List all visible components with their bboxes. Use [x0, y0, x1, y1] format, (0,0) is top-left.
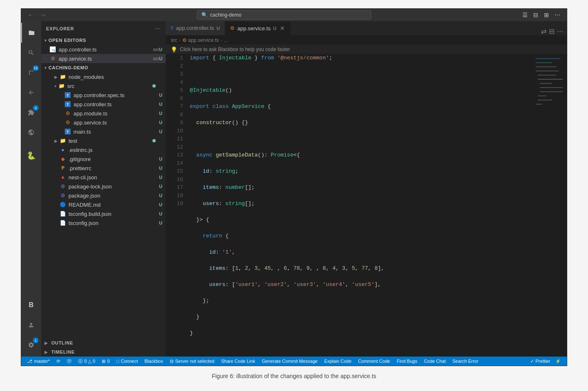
file-test[interactable]: ▶ 📁 test — [41, 136, 166, 145]
section-open-editors[interactable]: ▾ OPEN EDITORS — [41, 36, 166, 45]
folder-test-icon: 📁 — [59, 137, 66, 144]
folder-src-icon: 📁 — [58, 83, 65, 89]
status-explain-code[interactable]: Explain Code — [322, 357, 354, 366]
chevron-down-icon: ▾ — [44, 38, 47, 43]
open-editor-app-service[interactable]: ⚙ app.service.ts src U — [41, 54, 166, 63]
svg-point-1 — [32, 71, 34, 72]
file-nest-cli[interactable]: 🔺 nest-cli.json U — [41, 173, 166, 182]
status-server[interactable]: ⊟ Server not selected — [167, 357, 217, 366]
sidebar-title: EXPLORER — [46, 26, 74, 31]
status-errors[interactable]: ⓪ 0 △ 0 — [76, 357, 98, 366]
split-editor-button[interactable]: ⊟ — [531, 10, 540, 20]
status-connect[interactable]: □ Connect — [114, 357, 140, 366]
status-warnings[interactable]: ⊞ 0 — [99, 357, 112, 366]
gitignore-badge: U — [159, 156, 162, 161]
file-module[interactable]: ⚙ app.module.ts U — [41, 109, 166, 118]
activity-item-python[interactable]: 🐍 — [21, 146, 41, 166]
activity-item-remote[interactable] — [21, 122, 41, 142]
src-label: src — [153, 47, 159, 52]
status-lightning[interactable]: ⚡ — [553, 357, 564, 366]
file-prettierrc[interactable]: Ᵽ .prettierrc U — [41, 164, 166, 173]
status-blackbox[interactable]: Blackbox — [142, 357, 166, 366]
back-button[interactable]: ← — [26, 10, 35, 20]
file-main[interactable]: T main.ts U — [41, 127, 166, 136]
activity-item-extensions[interactable]: 4 — [21, 103, 41, 122]
errors-icon: ⓪ — [78, 358, 83, 364]
section-caching-demo[interactable]: ▾ CACHING-DEMO — [41, 63, 166, 72]
more-actions-button[interactable]: ⋯ — [553, 10, 562, 20]
file-controller[interactable]: T app.controller.ts U — [41, 100, 166, 109]
status-prettier[interactable]: ✓ Prettier — [528, 357, 553, 366]
status-commit-message[interactable]: Generate Commit Message — [259, 357, 320, 366]
toggle-sidebar-button[interactable]: ☰ — [520, 10, 529, 20]
activity-item-blackbox[interactable]: B — [21, 295, 41, 315]
eslint-icon: ● — [59, 147, 66, 153]
status-search-error[interactable]: Search Error — [450, 357, 481, 366]
status-prettier-label: Prettier — [536, 359, 550, 364]
timeline-section[interactable]: ▶ TIMELINE — [41, 347, 166, 357]
tab-action-icon2[interactable]: ⊟ — [549, 27, 554, 35]
tab-app-service[interactable]: ⚙ app.service.ts U ✕ — [225, 21, 291, 35]
search-box[interactable]: 🔍 — [197, 10, 371, 20]
search-input[interactable] — [210, 12, 367, 18]
file-tsconfig-build[interactable]: 📄 tsconfig.build.json U — [41, 209, 166, 218]
nest-badge: U — [159, 175, 162, 180]
breadcrumb-sep2: › — [220, 37, 222, 43]
status-share-code[interactable]: Share Code Link — [218, 357, 257, 366]
chevron-down-icon3: ▾ — [54, 84, 56, 88]
file-package-lock[interactable]: ⚙ package-lock.json U — [41, 182, 166, 191]
tsconfig-build-badge: U — [159, 211, 162, 216]
file-node-modules[interactable]: ▶ 📁 node_modules — [41, 72, 166, 81]
outline-section[interactable]: ▶ OUTLINE — [41, 338, 166, 347]
blackbox-hint[interactable]: 💡 Click here to ask Blackbox to help you… — [166, 45, 567, 54]
tab-service-badge: U — [273, 26, 277, 31]
file-readme[interactable]: 🔵 README.md U — [41, 200, 166, 209]
status-code-chat[interactable]: Code Chat — [421, 357, 448, 366]
src-dot — [152, 84, 156, 88]
activity-item-explorer[interactable] — [21, 23, 41, 43]
status-sync[interactable]: ⟳ — [54, 357, 63, 366]
svg-point-2 — [29, 71, 30, 72]
tab-app-controller[interactable]: T app.controller.ts U — [166, 21, 225, 35]
code-editor[interactable]: 1 2 3 4 5 6 7 8 9 10 11 12 13 14 15 16 1 — [166, 54, 567, 357]
file-package[interactable]: ⚙ package.json U — [41, 191, 166, 200]
spec-badge: U — [159, 93, 162, 98]
tab-bar: T app.controller.ts U ⚙ app.service.ts U… — [166, 21, 567, 36]
sidebar-more-icon[interactable]: ⋯ — [155, 25, 161, 32]
tab-controller-badge: U — [217, 26, 220, 31]
file-controller-spec[interactable]: T app.controller.spec.ts U — [41, 90, 166, 100]
tab-action-icon1[interactable]: ⇄ — [541, 27, 546, 35]
svg-rect-17 — [538, 79, 563, 80]
prettier-check-icon: ✓ — [530, 359, 534, 364]
status-blackbox-p[interactable]: Ⓟ — [64, 357, 74, 366]
activity-item-search[interactable] — [21, 43, 41, 63]
vscode-window: ← → 🔍 ☰ ⊟ ⊞ ⋯ 16 — [21, 8, 567, 366]
file-tsconfig[interactable]: 📄 tsconfig.json U — [41, 218, 166, 227]
main-badge: U — [159, 129, 162, 134]
file-src[interactable]: ▾ 📁 src — [41, 81, 166, 90]
controller-badge: U — [159, 47, 162, 52]
editor-layout-button[interactable]: ⊞ — [542, 10, 551, 20]
tab-close-button[interactable]: ✕ — [279, 25, 286, 32]
svg-rect-21 — [538, 95, 546, 96]
nest-cli-name: nest-cli.json — [69, 174, 159, 181]
file-gitignore[interactable]: ◆ .gitignore U — [41, 154, 166, 164]
minimap — [534, 54, 567, 357]
file-service[interactable]: ⚙ app.service.ts U — [41, 118, 166, 127]
forward-button[interactable]: → — [39, 10, 48, 20]
activity-item-accounts[interactable] — [21, 315, 41, 335]
tab-action-more[interactable]: ⋯ — [557, 27, 564, 35]
status-comment-code[interactable]: Comment Code — [355, 357, 392, 366]
status-find-bugs[interactable]: Find Bugs — [394, 357, 420, 366]
status-git-branch[interactable]: ⎇ master* — [24, 357, 52, 366]
title-bar-nav: ← → — [26, 10, 48, 20]
file-eslintrc[interactable]: ● .eslintrc.js — [41, 145, 166, 154]
editor-area: T app.controller.ts U ⚙ app.service.ts U… — [166, 21, 567, 357]
svg-rect-13 — [536, 62, 552, 63]
activity-item-settings[interactable]: 1 — [21, 335, 41, 355]
service-file-name: app.service.ts — [74, 120, 159, 126]
activity-item-debug[interactable] — [21, 83, 41, 103]
breadcrumb-icon: ⚙ — [182, 37, 187, 43]
open-editor-app-controller[interactable]: app.controller.ts src U — [41, 45, 166, 54]
activity-item-git[interactable]: 16 — [21, 63, 41, 83]
